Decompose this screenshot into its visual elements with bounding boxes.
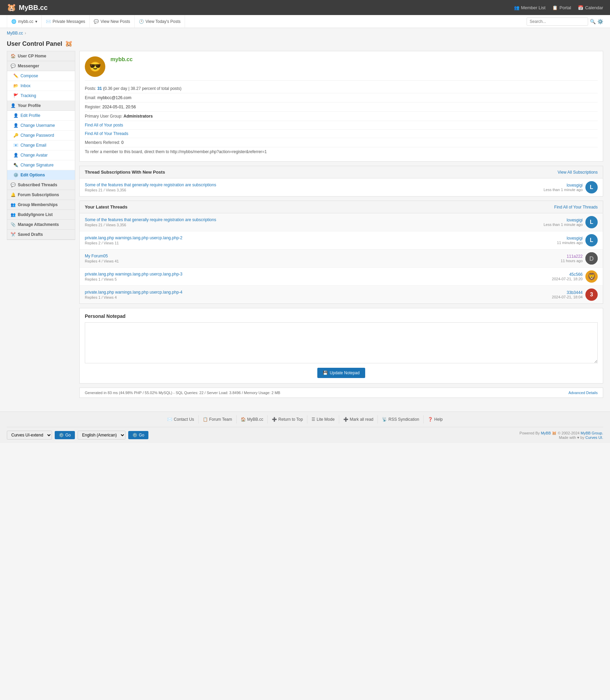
footer-stats: Generated in 83 ms (44.98% PHP / 55.02% … [85,391,280,395]
sidebar-section-usercp[interactable]: 🏠 User CP Home [7,51,75,61]
profile-posts-row: Posts: 31 (0.36 per day | 38.27 percent … [85,84,598,93]
thread-user-name: lovesgigi [544,183,583,188]
thread-title-link[interactable]: My Forum05 [85,254,557,258]
sidebar-item-compose[interactable]: ✏️ Compose [7,71,75,81]
secondary-nav: 🌐 mybb.cc ▾ ✉️ Private Messages 💬 View N… [0,15,610,28]
lang-go-button[interactable]: ⚙️ Go [128,431,148,439]
calendar-link[interactable]: 📅 Calendar [578,5,603,10]
top-nav-links: 👥 Member List 📋 Portal 📅 Calendar [514,5,603,10]
site-name: MyBB.cc [19,4,48,12]
thread-time: Less than 1 minute ago [544,188,583,192]
sidebar-item-change-password[interactable]: 🔑 Change Password [7,131,75,140]
advanced-search-button[interactable]: ⚙️ [597,19,603,24]
sidebar-section-group-memberships[interactable]: 👥 Group Memberships [7,200,75,210]
footer-mark-all-read-link[interactable]: ➕ Mark all read [339,415,378,423]
member-list-link[interactable]: 👥 Member List [514,5,546,10]
sidebar-item-change-signature[interactable]: ✒️ Change Signature [7,160,75,170]
lang-go-icon: ⚙️ [132,433,137,438]
theme-select[interactable]: Curves UI-extend [7,431,52,440]
profile-register-date: 2024-05-01, 20:56 [102,105,136,109]
thread-user-name: 111a222 [561,254,583,259]
footer-return-top-link[interactable]: ➕ Return to Top [268,415,307,423]
profile-referred-row: Members Referred: 0 [85,138,598,147]
chat-icon: 💬 [94,19,99,24]
thread-user-area: 45c566 2024-07-21, 18:20 🦁 [552,270,598,283]
drafts-icon: ✂️ [11,232,16,237]
mybb-group-link[interactable]: MyBB Group. [581,431,603,435]
theme-go-button[interactable]: ⚙️ Go [55,431,75,439]
notepad-textarea[interactable] [85,322,598,363]
sidebar-item-edit-options[interactable]: ⚙️ Edit Options [7,170,75,180]
advanced-details-link[interactable]: Advanced Details [568,391,598,395]
footer-lite-mode-link[interactable]: ☰ Lite Mode [307,415,339,423]
curves-ui-link[interactable]: Curves UI. [585,435,603,440]
sidebar-item-edit-profile[interactable]: 👤 Edit Profile [7,111,75,121]
sidebar-section-saved-drafts[interactable]: ✂️ Saved Drafts [7,230,75,240]
breadcrumb-separator: › [25,31,26,36]
mybbcc-dropdown[interactable]: 🌐 mybb.cc ▾ [7,15,42,28]
view-all-subscriptions-link[interactable]: View All Subscriptions [558,170,598,175]
avatar: 😎 [85,56,105,77]
change-username-icon: 👤 [13,123,18,128]
sidebar-section-messenger[interactable]: 💬 Messenger [7,61,75,71]
view-todays-posts-link[interactable]: 🕐 View Today's Posts [135,15,185,28]
thread-title-link[interactable]: Some of the features that generally requ… [85,183,540,187]
page-title: User Control Panel 🐹 [0,38,610,51]
thread-title-link[interactable]: private.lang.php warnings.lang.php userc… [85,272,548,277]
sidebar-item-change-avatar[interactable]: 👤 Change Avatar [7,150,75,160]
thread-info: My Forum05 Replies 4 / Views 41 [85,254,557,263]
referral-text: To refer a member to this board, direct … [85,147,598,156]
buddy-icon: 👥 [11,212,16,217]
search-button[interactable]: 🔍 [590,19,596,24]
mark-read-icon: ➕ [343,417,348,422]
footer-contact-link[interactable]: ✉️ Contact Us [163,415,198,423]
view-new-posts-link[interactable]: 💬 View New Posts [90,15,134,28]
thread-time: 2024-07-21, 18:20 [552,277,583,281]
thread-title-link[interactable]: private.lang.php warnings.lang.php userc… [85,290,548,295]
footer-info: Generated in 83 ms (44.98% PHP / 55.02% … [79,388,603,398]
thread-user-area: lovesgigi Less than 1 minute ago L [544,181,598,193]
thread-subscriptions-header: Thread Subscriptions With New Posts View… [80,166,603,178]
footer-selects: Curves UI-extend ⚙️ Go English (American… [7,431,148,440]
profile-header: 😎 mybb.cc [85,56,598,81]
find-all-threads-link[interactable]: Find All of Your Threads [85,130,598,138]
private-messages-link[interactable]: ✉️ Private Messages [42,15,90,28]
sidebar-item-change-email[interactable]: 📧 Change Email [7,140,75,150]
sidebar-item-tracking[interactable]: 🚩 Tracking [7,91,75,101]
sidebar-item-inbox[interactable]: 📂 Inbox [7,81,75,91]
footer-rss-link[interactable]: 📡 RSS Syndication [378,415,424,423]
profile-details: mybb.cc [110,56,133,64]
sidebar-section-profile[interactable]: 👤 Your Profile [7,101,75,111]
search-input[interactable] [527,17,588,26]
thread-stats: Replies 4 / Views 41 [85,259,557,263]
table-row: Some of the features that generally requ… [80,213,603,231]
compose-icon: ✏️ [13,73,18,78]
sidebar-section-buddy-list[interactable]: 👥 Buddy/Ignore List [7,210,75,220]
thread-user-area: 33b3444 2024-07-21, 18:04 3 [552,288,598,301]
sidebar-section-forum-subscriptions[interactable]: 🔔 Forum Subscriptions [7,190,75,200]
find-all-threads-link2[interactable]: Find All of Your Threads [554,205,598,210]
breadcrumb-home[interactable]: MyBB.cc [7,31,23,36]
envelope-icon: ✉️ [46,19,51,24]
sidebar-section-manage-attachments[interactable]: 📎 Manage Attachments [7,220,75,230]
inbox-icon: 📂 [13,83,18,88]
footer-forum-team-link[interactable]: 📋 Forum Team [199,415,237,423]
main-layout: 🏠 User CP Home 💬 Messenger ✏️ Compose 📂 … [0,51,610,412]
mybb-link[interactable]: MyBB [541,431,551,435]
content-area: 😎 mybb.cc Posts: 31 (0.36 per day | 38.2… [79,51,603,405]
portal-link[interactable]: 📋 Portal [552,5,571,10]
update-notepad-button[interactable]: 💾 Update Notepad [317,368,365,378]
footer-help-link[interactable]: ❓ Help [424,415,447,423]
thread-user-area: 111a222 11 hours ago D [561,252,598,265]
find-all-posts-link[interactable]: Find All of Your posts [85,121,598,130]
site-logo[interactable]: 🐹 MyBB.cc [7,3,48,12]
thread-title-link[interactable]: private.lang.php warnings.lang.php userc… [85,235,554,240]
contact-icon: ✉️ [167,417,172,422]
sidebar-section-subscribed-threads[interactable]: 💬 Subscribed Threads [7,180,75,190]
portal-icon: 📋 [552,5,558,10]
lang-select[interactable]: English (American) [78,431,125,440]
change-signature-icon: ✒️ [13,163,18,167]
thread-title-link[interactable]: Some of the features that generally requ… [85,217,540,222]
footer-mybbcc-link[interactable]: 🏠 MyBB.cc [237,415,268,423]
sidebar-item-change-username[interactable]: 👤 Change Username [7,121,75,131]
